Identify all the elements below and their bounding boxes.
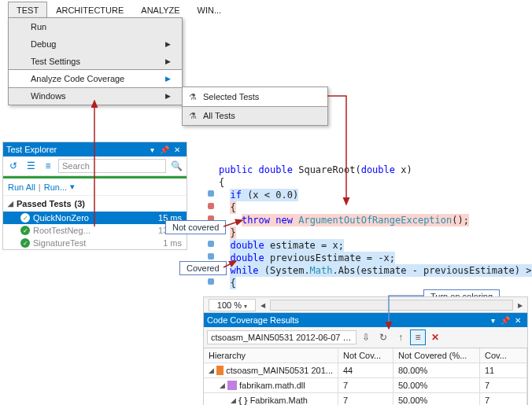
- list-icon[interactable]: ≡: [41, 159, 55, 173]
- cell-covered: 7: [480, 378, 527, 393]
- expand-icon: ◢: [231, 396, 236, 404]
- coverage-titlebar: Code Coverage Results ▾ 📌 ✕: [204, 313, 527, 327]
- expand-icon: ◢: [220, 381, 225, 389]
- refresh-icon[interactable]: ↺: [6, 159, 20, 173]
- submenu-arrow-icon: ▶: [165, 92, 171, 100]
- menu-item-label: Analyze Code Coverage: [31, 74, 124, 83]
- test-explorer-titlebar: Test Explorer ▾ 📌 ✕: [3, 142, 187, 156]
- dropdown-arrow-icon: ▾: [244, 303, 247, 310]
- menu-item-analyze-code-coverage[interactable]: Analyze Code Coverage▶: [8, 69, 183, 88]
- remove-icon[interactable]: ✕: [427, 330, 443, 345]
- results-file-icon: [216, 366, 224, 375]
- coverage-table: Hierarchy Not Cov... Not Covered (%... C…: [204, 348, 527, 405]
- table-row[interactable]: ◢fabrikam.math.dll: [204, 378, 338, 393]
- pass-icon: ✓: [20, 238, 30, 248]
- submenu-item-selected-tests[interactable]: ⚗Selected Tests: [182, 87, 328, 107]
- submenu-arrow-icon: ▶: [165, 40, 171, 48]
- submenu-item-label: Selected Tests: [203, 92, 259, 101]
- col-header-not-covered-pct[interactable]: Not Covered (%...: [393, 348, 480, 363]
- cell-not-covered: 7: [338, 378, 393, 393]
- cell-not-covered: 44: [338, 363, 393, 378]
- pin-icon[interactable]: 📌: [158, 145, 171, 154]
- menu-item-debug[interactable]: Debug▶: [9, 35, 182, 53]
- test-row[interactable]: ✓ RootTestNeg... 13 ms: [3, 224, 187, 237]
- test-name: SignatureTest: [33, 238, 163, 248]
- cell-covered: 7: [480, 393, 527, 405]
- expand-icon: ◢: [8, 200, 13, 208]
- menu-tab-test[interactable]: TEST: [8, 2, 47, 19]
- menu-item-windows[interactable]: Windows▶: [9, 87, 182, 105]
- menu-item-label: Windows: [31, 91, 66, 101]
- test-time: 1 ms: [163, 238, 182, 248]
- zoom-level-dropdown[interactable]: 100 % ▾: [209, 299, 256, 311]
- coverage-submenu: ⚗Selected Tests ⚗All Tests: [182, 87, 328, 126]
- export-icon[interactable]: ↑: [393, 330, 408, 345]
- callout-not-covered: Not covered: [165, 220, 226, 234]
- code-editor[interactable]: public double SquareRoot(double x) { if …: [203, 164, 528, 289]
- cell-not-covered-pct: 50.00%: [393, 378, 480, 393]
- submenu-item-label: All Tests: [203, 111, 235, 120]
- close-icon[interactable]: ✕: [512, 316, 524, 325]
- zoom-bar: 100 % ▾ ◀ ▶: [203, 296, 528, 314]
- table-row[interactable]: ◢{ }Fabrikam.Math: [204, 393, 338, 405]
- expand-icon: ◢: [209, 366, 214, 374]
- run-link[interactable]: Run...: [44, 182, 67, 192]
- submenu-arrow-icon: ▶: [165, 57, 171, 65]
- run-links: Run All | Run... ▾: [3, 179, 187, 196]
- group-label: Passed Tests: [17, 199, 72, 208]
- col-header-covered[interactable]: Cov...: [480, 348, 527, 363]
- cell-not-covered: 7: [338, 393, 393, 405]
- dropdown-arrow-icon[interactable]: ▾: [70, 182, 75, 192]
- group-icon[interactable]: ☰: [24, 159, 38, 173]
- flask-icon: ⚗: [187, 110, 198, 121]
- pin-icon[interactable]: 📌: [499, 316, 512, 325]
- scroll-right-icon[interactable]: ▶: [518, 302, 523, 309]
- window-position-icon[interactable]: ▾: [486, 316, 499, 325]
- test-menu-dropdown: Run Debug▶ Test Settings▶ Analyze Code C…: [8, 17, 183, 105]
- pass-icon: ✓: [20, 213, 30, 223]
- table-row[interactable]: ◢ctsoasm_MAIN50531 201...: [204, 363, 338, 378]
- scroll-left-icon[interactable]: ◀: [260, 302, 265, 309]
- group-count: (3): [75, 199, 85, 208]
- test-row[interactable]: ✓ QuickNonZero 15 ms: [3, 212, 187, 224]
- show-coloring-button[interactable]: ≡: [410, 330, 426, 345]
- col-header-not-covered[interactable]: Not Cov...: [338, 348, 393, 363]
- dll-icon: [227, 381, 237, 390]
- menu-tab-analyze[interactable]: ANALYZE: [132, 2, 188, 19]
- callout-covered: Covered: [179, 261, 227, 275]
- horizontal-scrollbar[interactable]: [270, 300, 513, 311]
- panel-title: Code Coverage Results: [207, 315, 486, 325]
- test-row[interactable]: ✓ SignatureTest 1 ms: [3, 237, 187, 249]
- flask-icon: ⚗: [187, 91, 198, 102]
- run-all-link[interactable]: Run All: [8, 182, 35, 192]
- refresh-icon[interactable]: ↻: [375, 330, 391, 345]
- col-header-hierarchy[interactable]: Hierarchy: [204, 348, 338, 363]
- test-group-header[interactable]: ◢ Passed Tests (3): [3, 196, 187, 212]
- window-position-icon[interactable]: ▾: [146, 145, 158, 154]
- menu-item-run[interactable]: Run: [9, 18, 182, 35]
- search-input[interactable]: Search: [58, 159, 166, 173]
- code-coverage-results-panel: Code Coverage Results ▾ 📌 ✕ ctsoasm_MAIN…: [203, 312, 528, 405]
- coverage-results-dropdown[interactable]: ctsoasm_MAIN50531 2012-06-07 02...: [207, 330, 357, 344]
- pass-icon: ✓: [20, 226, 30, 235]
- submenu-item-all-tests[interactable]: ⚗All Tests: [183, 106, 327, 125]
- import-icon[interactable]: ⇩: [358, 330, 374, 345]
- cell-not-covered-pct: 50.00%: [393, 393, 480, 405]
- menu-item-test-settings[interactable]: Test Settings▶: [9, 53, 182, 70]
- menu-item-label: Test Settings: [31, 57, 80, 66]
- menu-tab-architecture[interactable]: ARCHITECTURE: [47, 2, 132, 19]
- test-name: RootTestNeg...: [33, 226, 158, 235]
- menu-item-label: Run: [31, 22, 46, 31]
- search-icon[interactable]: 🔍: [169, 159, 183, 173]
- test-name: QuickNonZero: [33, 213, 158, 223]
- menu-tab-window[interactable]: WIN...: [189, 2, 231, 19]
- cell-covered: 11: [480, 363, 527, 378]
- test-explorer-panel: Test Explorer ▾ 📌 ✕ ↺ ☰ ≡ Search 🔍 Run A…: [2, 142, 187, 250]
- menu-item-label: Debug: [31, 39, 56, 49]
- menubar: TEST ARCHITECTURE ANALYZE WIN...: [8, 2, 230, 19]
- panel-title: Test Explorer: [6, 145, 146, 154]
- link-separator: |: [39, 182, 41, 192]
- cell-not-covered-pct: 80.00%: [393, 363, 480, 378]
- submenu-arrow-icon: ▶: [165, 75, 171, 83]
- close-icon[interactable]: ✕: [171, 145, 183, 154]
